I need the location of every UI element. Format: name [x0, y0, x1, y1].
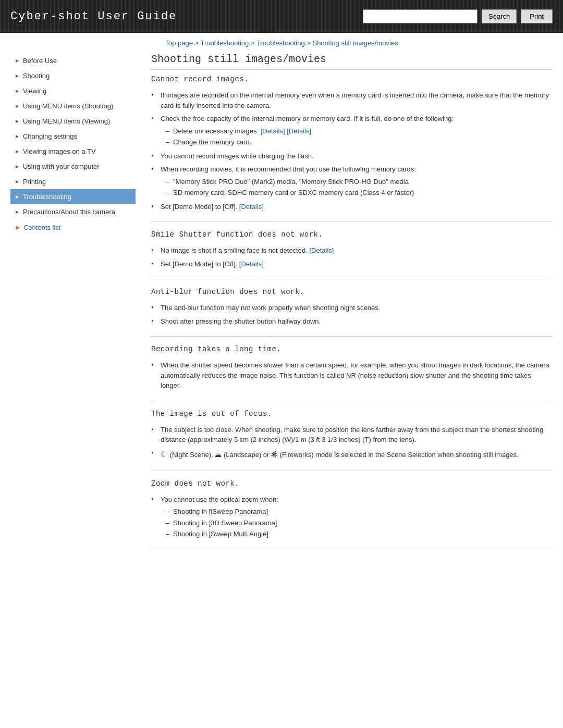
details-link[interactable]: [Details] — [261, 127, 285, 135]
list-item: You cannot use the optical zoom when: Sh… — [151, 493, 553, 541]
sub-list: "Memory Stick PRO Duo" (Mark2) media, "M… — [161, 176, 553, 199]
search-input[interactable] — [363, 9, 478, 23]
arrow-right-icon: ► — [15, 224, 21, 231]
list-item: SD memory card, SDHC memory card or SDXC… — [166, 187, 553, 199]
main-content: Shooting still images/movies Cannot reco… — [146, 53, 553, 559]
sub-list: Delete unnecessary images. [Details] [De… — [161, 126, 553, 148]
contents-list-link[interactable]: ► Contents list — [10, 219, 136, 236]
contents-list-anchor[interactable]: Contents list — [23, 224, 61, 231]
list-item: The subject is too close. When shooting,… — [151, 423, 553, 447]
section-smile-shutter: Smile Shutter function does not work. No… — [151, 230, 553, 279]
section-title-cannot-record: Cannot record images. — [151, 75, 553, 83]
list-item: Shooting in [3D Sweep Panorama] — [166, 517, 553, 529]
list-item: Delete unnecessary images. [Details] [De… — [166, 126, 553, 137]
list-item: You cannot record images while charging … — [151, 150, 553, 163]
breadcrumb-troubleshooting2[interactable]: Troubleshooting — [256, 39, 305, 47]
arrow-icon: ► — [15, 149, 20, 154]
layout: ► Before Use ► Shooting ► Viewing ► Usin… — [0, 53, 563, 569]
arrow-icon: ► — [15, 164, 20, 169]
details-link[interactable]: [Details] — [239, 203, 264, 211]
sidebar-item-printing[interactable]: ► Printing — [10, 174, 136, 189]
night-scene-icon: ☾ — [161, 450, 168, 459]
print-button[interactable]: Print — [521, 9, 553, 23]
arrow-icon: ► — [15, 209, 20, 215]
landscape-icon: ⛰ — [215, 451, 222, 459]
sidebar-item-viewing[interactable]: ► Viewing — [10, 83, 136, 98]
list-item: When recording movies, it is recommended… — [151, 163, 553, 200]
breadcrumb-current[interactable]: Shooting still images/movies — [313, 39, 398, 47]
arrow-icon: ► — [15, 118, 20, 124]
recording-long-list: When the shutter speed becomes slower th… — [151, 359, 553, 392]
details-link[interactable]: [Details] — [309, 246, 334, 254]
breadcrumb-troubleshooting1[interactable]: Troubleshooting — [201, 39, 249, 47]
list-item: If images are recorded on the internal m… — [151, 89, 553, 112]
section-out-of-focus: The image is out of focus. The subject i… — [151, 410, 553, 471]
out-of-focus-list: The subject is too close. When shooting,… — [151, 423, 553, 462]
arrow-icon: ► — [15, 88, 20, 94]
header: Cyber-shot User Guide Search Print — [0, 0, 563, 33]
sidebar-item-shooting[interactable]: ► Shooting — [10, 68, 136, 83]
sidebar-item-changing-settings[interactable]: ► Changing settings — [10, 129, 136, 144]
list-item: Check the free capacity of the internal … — [151, 112, 553, 150]
details-link[interactable]: [Details] — [239, 260, 264, 268]
arrow-icon: ► — [15, 194, 20, 200]
details-link[interactable]: [Details] — [287, 127, 311, 135]
list-item: Shoot after pressing the shutter button … — [151, 315, 553, 328]
breadcrumb-top[interactable]: Top page — [165, 39, 193, 47]
smile-shutter-list: No image is shot if a smiling face is no… — [151, 244, 553, 270]
list-item: No image is shot if a smiling face is no… — [151, 244, 553, 257]
list-item: Set [Demo Mode] to [Off]. [Details] — [151, 257, 553, 271]
app-title: Cyber-shot User Guide — [10, 10, 177, 23]
search-button[interactable]: Search — [482, 9, 517, 23]
arrow-icon: ► — [15, 133, 20, 139]
list-item: Set [Demo Mode] to [Off]. [Details] — [151, 200, 553, 214]
sidebar-item-before-use[interactable]: ► Before Use — [10, 53, 136, 68]
sidebar: ► Before Use ► Shooting ► Viewing ► Usin… — [10, 53, 136, 559]
breadcrumb: Top page > Troubleshooting > Troubleshoo… — [0, 33, 563, 53]
arrow-icon: ► — [15, 103, 20, 109]
header-controls: Search Print — [363, 9, 553, 23]
page-title: Shooting still images/movies — [151, 53, 553, 70]
list-item: Shooting in [Sweep Multi Angle] — [166, 528, 553, 540]
anti-blur-list: The anti-blur function may not work prop… — [151, 301, 553, 328]
sidebar-item-menu-shooting[interactable]: ► Using MENU items (Shooting) — [10, 98, 136, 114]
list-item: Shooting in [iSweep Panorama] — [166, 506, 553, 517]
list-item: ☾ (Night Scene), ⛰ (Landscape) or ✷ (Fir… — [151, 447, 553, 462]
section-recording-long: Recording takes a long time. When the sh… — [151, 345, 553, 401]
arrow-icon: ► — [15, 73, 20, 79]
sub-list: Shooting in [iSweep Panorama] Shooting i… — [161, 506, 553, 540]
sidebar-item-precautions[interactable]: ► Precautions/About this camera — [10, 204, 136, 219]
fireworks-icon: ✷ — [271, 451, 278, 459]
section-cannot-record: Cannot record images. If images are reco… — [151, 75, 553, 222]
sidebar-item-menu-viewing[interactable]: ► Using MENU items (Viewing) — [10, 114, 136, 129]
zoom-list: You cannot use the optical zoom when: Sh… — [151, 493, 553, 541]
arrow-icon: ► — [15, 58, 20, 64]
sidebar-item-tv[interactable]: ► Viewing images on a TV — [10, 144, 136, 159]
sidebar-item-troubleshooting[interactable]: ► Troubleshooting — [10, 189, 136, 204]
section-zoom: Zoom does not work. You cannot use the o… — [151, 479, 553, 550]
section-anti-blur: Anti-blur function does not work. The an… — [151, 288, 553, 337]
sidebar-item-computer[interactable]: ► Using with your computer — [10, 159, 136, 174]
list-item: When the shutter speed becomes slower th… — [151, 359, 553, 392]
section-title-zoom: Zoom does not work. — [151, 479, 553, 488]
list-item: "Memory Stick PRO Duo" (Mark2) media, "M… — [166, 176, 553, 188]
list-item: The anti-blur function may not work prop… — [151, 301, 553, 315]
section-title-anti-blur: Anti-blur function does not work. — [151, 288, 553, 296]
list-item: Change the memory card. — [166, 137, 553, 148]
section-title-recording-long: Recording takes a long time. — [151, 345, 553, 353]
cannot-record-list: If images are recorded on the internal m… — [151, 89, 553, 213]
arrow-icon: ► — [15, 179, 20, 184]
section-title-out-of-focus: The image is out of focus. — [151, 410, 553, 418]
section-title-smile-shutter: Smile Shutter function does not work. — [151, 230, 553, 239]
